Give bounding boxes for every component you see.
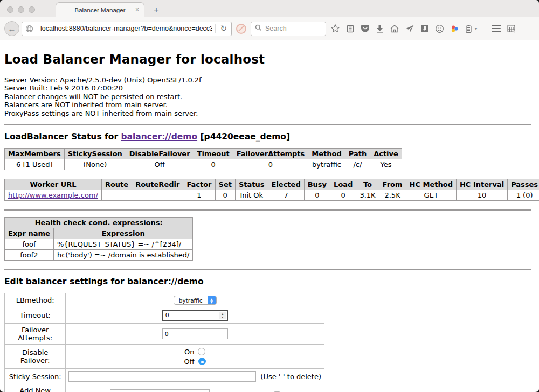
table-header-row: Worker URL Route RouteRedir Factor Set S… [5,179,539,190]
add-worker-label: Add New Worker: [5,384,66,392]
col-failoverattempts: FailoverAttempts [233,149,308,159]
new-tab-button[interactable]: + [150,5,163,16]
status-heading-suffix: [p4420eeae_demo] [197,132,290,142]
col-method: Method [308,149,345,159]
select-stepper-icon: ▲▼ [208,296,216,305]
col-expression: Expression [53,228,193,239]
search-input[interactable] [265,25,314,32]
chevron-down-icon[interactable]: ▾ [475,26,477,31]
loadbalancer-status-heading: LoadBalancer Status for balancer://demo … [4,132,534,142]
divider [4,269,531,270]
downloads-icon[interactable] [376,24,384,33]
search-bar[interactable] [251,22,326,36]
pocket-icon[interactable] [361,24,370,33]
cell-load: 0 [330,190,356,201]
cell-to: 3.1K [356,190,379,201]
col-hc-interval: HC Interval [456,179,507,190]
tab-title: Balancer Manager [75,7,126,13]
form-row-sticky-session: Sticky Session: (Use '-' to delete) [5,369,324,384]
timeout-input[interactable] [162,310,228,321]
number-spinner-icon[interactable]: ▴▾ [219,312,226,319]
url-bar[interactable]: localhost:8880/balancer-manager?b=demo&n… [22,22,232,36]
col-timeout: Timeout [194,149,233,159]
col-busy: Busy [304,179,330,190]
url-separator [37,24,37,33]
bookmark-star-icon[interactable] [330,24,340,33]
home-icon[interactable] [390,24,399,33]
addon-page-icon[interactable] [507,24,516,33]
cell-elected: 7 [268,190,304,201]
cell-expr-name: foof2 [5,250,54,261]
search-icon [255,24,262,33]
page-title: Load Balancer Manager for localhost [4,52,534,66]
cell-active: Yes [370,159,402,170]
browser-window: Balancer Manager × + ← localhost:8880/ba… [0,0,539,392]
close-tab-icon[interactable]: × [135,6,139,13]
navigation-toolbar: ← localhost:8880/balancer-manager?b=demo… [0,17,539,40]
balancer-status-table: MaxMembers StickySession DisableFailover… [4,148,402,170]
disable-failover-label: Disable Failover: [5,345,66,369]
edit-balancer-heading: Edit balancer settings for balancer://de… [4,277,534,286]
cell-passes: 1 (0) [508,190,539,201]
col-path: Path [345,149,370,159]
cell-expression: hc('body') =~ /domain is established/ [53,250,193,261]
disable-failover-on-radio[interactable] [198,348,205,355]
zoom-window-button[interactable] [29,6,35,13]
window-controls[interactable] [7,6,35,13]
health-table-title: Health check cond. expressions: [5,218,193,228]
status-heading-prefix: LoadBalancer Status for [4,132,121,142]
cell-failoverattempts: 0 [233,159,308,170]
globe-icon[interactable] [25,25,33,33]
col-load: Load [330,179,356,190]
lbmethod-select[interactable]: bytraffic ▲▼ [174,296,217,305]
balancer-demo-link[interactable]: balancer://demo [121,132,197,142]
reload-icon[interactable]: ↻ [219,24,228,33]
table-title-row: Health check cond. expressions: [5,218,193,228]
tab-balancer-manager[interactable]: Balancer Manager × [56,2,144,17]
col-elected: Elected [268,179,304,190]
minimize-window-button[interactable] [18,6,24,13]
disable-failover-off-radio[interactable] [198,358,206,365]
send-tab-icon[interactable] [405,24,414,33]
cell-maxmembers: 6 [1 Used] [5,159,65,170]
form-row-failover-attempts: Failover Attempts: [5,324,324,345]
table-header-row: Expr name Expression [5,228,193,239]
feedback-smiley-icon[interactable] [435,24,444,33]
table-row: http://www.example.com/ 1 0 Init Ok 7 0 … [5,190,539,201]
url-separator [215,24,216,33]
cell-expression: %{REQUEST_STATUS} =~ /^[234]/ [53,239,193,250]
cell-factor: 1 [183,190,215,201]
close-window-button[interactable] [7,6,13,13]
cell-hc-interval: 10 [456,190,507,201]
url-text[interactable]: localhost:8880/balancer-manager?b=demo&n… [40,25,212,32]
extension-colors-icon[interactable] [450,24,459,33]
menu-icon[interactable] [492,25,501,32]
health-check-table: Health check cond. expressions: Expr nam… [4,217,193,261]
failover-attempts-input[interactable] [162,328,228,339]
sticky-session-input[interactable] [68,371,256,382]
battery-extension-icon[interactable] [465,24,472,33]
col-to: To [356,179,379,190]
content-blocked-icon[interactable] [236,24,246,34]
lbmethod-label: LBmethod: [5,293,66,307]
tab-bar: Balancer Manager × + [0,0,539,17]
worker-url-link[interactable]: http://www.example.com/ [8,191,98,199]
cell-stickysession: (None) [64,159,126,170]
edit-balancer-form: LBmethod: bytraffic ▲▼ Timeout: ▴▾ [4,293,324,392]
sticky-session-label: Sticky Session: [5,369,66,384]
form-row-add-worker: Add New Worker: Are you sure? [5,384,324,392]
col-maxmembers: MaxMembers [5,149,65,159]
page-content: Load Balancer Manager for localhost Serv… [0,40,539,391]
bookmarks-menu-icon[interactable] [346,24,355,33]
add-worker-input[interactable] [110,389,210,392]
radio-on-label: On [184,348,194,356]
table-row: foof %{REQUEST_STATUS} =~ /^[234]/ [5,239,193,250]
cell-timeout: 0 [194,159,233,170]
col-factor: Factor [183,179,215,190]
server-version: Server Version: Apache/2.5.0-dev (Unix) … [4,76,534,84]
save-page-icon[interactable] [420,24,429,33]
notice-inherit: Balancers are NOT inherited from main se… [4,101,534,109]
table-header-row: MaxMembers StickySession DisableFailover… [5,149,402,159]
back-button[interactable]: ← [4,21,19,36]
col-disablefailover: DisableFailover [126,149,194,159]
